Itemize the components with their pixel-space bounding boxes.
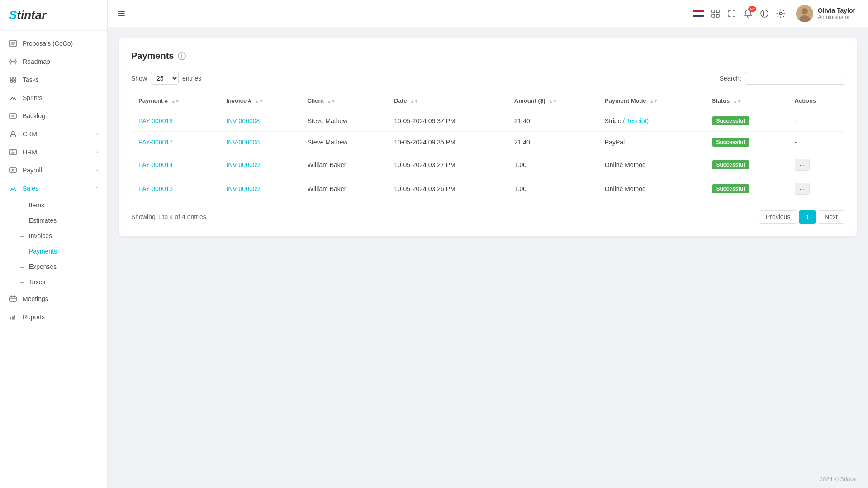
roadmap-label: Roadmap bbox=[23, 58, 98, 65]
dark-mode-icon[interactable] bbox=[760, 9, 769, 18]
invoices-label: Invoices bbox=[29, 232, 52, 239]
sort-date-icon[interactable]: ▲▼ bbox=[410, 100, 418, 104]
show-entries-control: Show 10 25 50 100 entries bbox=[131, 72, 201, 85]
copyright: 2024 © Stintar bbox=[820, 476, 857, 483]
header: 54 Olivia Taylor bbox=[108, 0, 868, 27]
sidebar-item-estimates[interactable]: Estimates bbox=[0, 213, 107, 228]
actions-menu-button-3[interactable]: ··· bbox=[795, 183, 810, 195]
notification-count: 54 bbox=[748, 6, 756, 12]
content-area: Payments i Show 10 25 50 100 entries Sea… bbox=[108, 27, 868, 470]
payment-link-1[interactable]: PAY-000017 bbox=[138, 139, 173, 146]
status-badge-0: Successful bbox=[712, 116, 749, 125]
sort-payment-mode-icon[interactable]: ▲▼ bbox=[650, 100, 658, 104]
settings-icon[interactable] bbox=[776, 9, 785, 18]
sidebar-item-invoices[interactable]: Invoices bbox=[0, 228, 107, 244]
svg-rect-13 bbox=[10, 297, 16, 301]
invoice-link-2[interactable]: INV-000009 bbox=[226, 161, 260, 168]
cell-invoice-num-2: INV-000009 bbox=[219, 153, 300, 177]
sidebar-item-meetings[interactable]: Meetings bbox=[0, 290, 107, 308]
backlog-label: Backlog bbox=[23, 112, 98, 120]
page-title-row: Payments i bbox=[131, 51, 844, 61]
search-input[interactable] bbox=[745, 72, 844, 85]
showing-text: Showing 1 to 4 of 4 entries bbox=[131, 213, 206, 220]
table-row: PAY-000017INV-000008Steve Mathew10-05-20… bbox=[131, 132, 844, 153]
sales-expand-icon: ⌄ bbox=[94, 185, 98, 191]
roadmap-icon bbox=[9, 57, 17, 66]
sort-invoice-num-icon[interactable]: ▲▼ bbox=[255, 100, 263, 104]
language-selector[interactable] bbox=[693, 10, 704, 17]
menu-toggle-icon[interactable] bbox=[117, 9, 126, 18]
sidebar-item-payroll[interactable]: Payroll › bbox=[0, 161, 107, 179]
sidebar-item-crm[interactable]: CRM › bbox=[0, 125, 107, 143]
invoice-link-0[interactable]: INV-000008 bbox=[226, 117, 260, 124]
search-box: Search: bbox=[720, 72, 844, 85]
sidebar-item-backlog[interactable]: Backlog bbox=[0, 107, 107, 125]
sidebar-item-expenses[interactable]: Expenses bbox=[0, 259, 107, 274]
sidebar-navigation: Proposals (CoCo) Roadmap Tasks Sprints bbox=[0, 31, 107, 488]
previous-button[interactable]: Previous bbox=[759, 210, 797, 224]
sidebar-item-roadmap[interactable]: Roadmap bbox=[0, 53, 107, 71]
sort-client-icon[interactable]: ▲▼ bbox=[327, 100, 335, 104]
svg-rect-17 bbox=[716, 14, 719, 17]
cell-amount-1: 21.40 bbox=[507, 132, 598, 153]
payments-table: Payment # ▲▼ Invoice # ▲▼ Client ▲▼ Da bbox=[131, 92, 844, 201]
items-label: Items bbox=[29, 201, 44, 209]
col-payment-mode: Payment Mode ▲▼ bbox=[598, 92, 705, 110]
pagination-controls: Previous 1 Next bbox=[759, 210, 844, 224]
flag-icon bbox=[693, 10, 704, 17]
crm-label: CRM bbox=[23, 130, 91, 138]
search-label: Search: bbox=[720, 75, 741, 82]
status-badge-3: Successful bbox=[712, 184, 749, 193]
sidebar-item-tasks[interactable]: Tasks bbox=[0, 71, 107, 89]
cell-client-0: Steve Mathew bbox=[300, 110, 387, 132]
fullscreen-icon[interactable] bbox=[727, 9, 736, 18]
cell-invoice-num-3: INV-000009 bbox=[219, 177, 300, 201]
crm-expand-icon: › bbox=[96, 131, 98, 137]
info-icon[interactable]: i bbox=[178, 52, 186, 60]
sales-label: Sales bbox=[23, 185, 88, 192]
sidebar-item-taxes[interactable]: Taxes bbox=[0, 274, 107, 290]
reports-icon bbox=[9, 313, 17, 321]
cell-client-1: Steve Mathew bbox=[300, 132, 387, 153]
cell-payment-mode-0: Stripe (Receipt) bbox=[598, 110, 705, 132]
table-header-row: Payment # ▲▼ Invoice # ▲▼ Client ▲▼ Da bbox=[131, 92, 844, 110]
cell-status-3: Successful bbox=[705, 177, 787, 201]
payment-link-2[interactable]: PAY-000014 bbox=[138, 161, 173, 168]
sidebar-item-reports[interactable]: Reports bbox=[0, 308, 107, 326]
sidebar-item-items[interactable]: Items bbox=[0, 197, 107, 213]
payment-link-0[interactable]: PAY-000018 bbox=[138, 117, 173, 124]
svg-point-18 bbox=[779, 12, 782, 15]
sidebar-item-sprints[interactable]: Sprints bbox=[0, 89, 107, 107]
sidebar-item-proposals[interactable]: Proposals (CoCo) bbox=[0, 34, 107, 53]
sidebar-item-sales[interactable]: Sales ⌄ bbox=[0, 179, 107, 197]
apps-icon[interactable] bbox=[711, 9, 720, 18]
sort-payment-num-icon[interactable]: ▲▼ bbox=[171, 100, 180, 104]
sort-status-icon[interactable]: ▲▼ bbox=[733, 100, 741, 104]
invoice-link-1[interactable]: INV-000008 bbox=[226, 139, 260, 146]
sort-amount-icon[interactable]: ▲▼ bbox=[549, 100, 557, 104]
cell-amount-0: 21.40 bbox=[507, 110, 598, 132]
actions-menu-button-2[interactable]: ··· bbox=[795, 159, 810, 171]
next-button[interactable]: Next bbox=[818, 210, 844, 224]
payment-link-3[interactable]: PAY-000013 bbox=[138, 185, 173, 192]
page-1-button[interactable]: 1 bbox=[799, 210, 816, 224]
svg-point-2 bbox=[14, 61, 16, 62]
cell-status-0: Successful bbox=[705, 110, 787, 132]
cell-payment-num-2: PAY-000014 bbox=[131, 153, 219, 177]
svg-point-8 bbox=[12, 131, 14, 134]
notifications-icon[interactable]: 54 bbox=[744, 9, 753, 18]
payments-card: Payments i Show 10 25 50 100 entries Sea… bbox=[119, 38, 857, 236]
entries-per-page-select[interactable]: 10 25 50 100 bbox=[151, 72, 179, 85]
entries-label: entries bbox=[182, 75, 201, 82]
user-profile[interactable]: Olivia Taylor Administrator bbox=[792, 3, 859, 24]
main-area: 54 Olivia Taylor bbox=[108, 0, 868, 488]
tasks-icon bbox=[9, 76, 17, 84]
sidebar-item-hrm[interactable]: HRM › bbox=[0, 143, 107, 161]
reports-label: Reports bbox=[23, 313, 98, 321]
backlog-icon bbox=[9, 112, 17, 120]
invoice-link-3[interactable]: INV-000009 bbox=[226, 185, 260, 192]
payment-mode-receipt-link-0[interactable]: (Receipt) bbox=[623, 117, 649, 124]
sidebar-item-payments[interactable]: Payments bbox=[0, 244, 107, 259]
sprints-label: Sprints bbox=[23, 94, 98, 101]
footer: 2024 © Stintar bbox=[108, 470, 868, 488]
